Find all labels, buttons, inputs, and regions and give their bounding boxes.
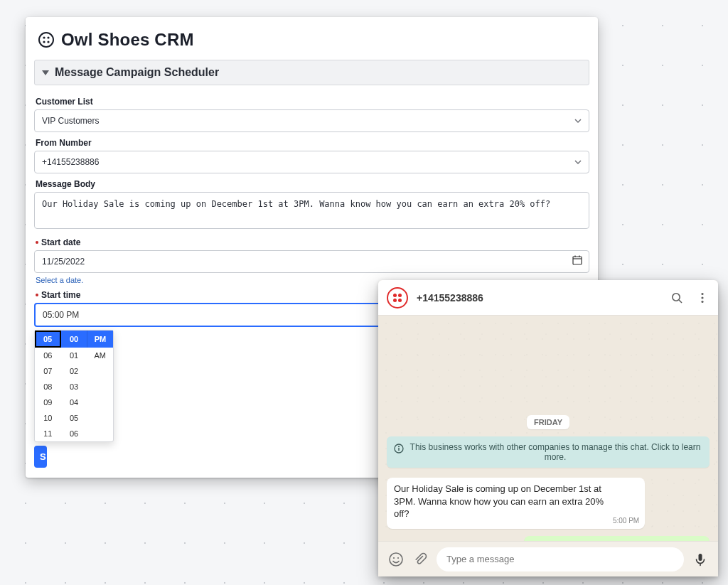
from-number-value: +14155238886	[42, 157, 99, 167]
message-body-label: Message Body	[36, 179, 588, 189]
time-picker-minute-selected[interactable]: 00	[61, 331, 87, 348]
section-title: Message Campaign Scheduler	[55, 66, 219, 79]
search-icon[interactable]	[670, 291, 684, 305]
time-picker-hour-option[interactable]: 07	[35, 363, 61, 379]
submit-button[interactable]: S	[34, 446, 47, 468]
message-body-textarea[interactable]: Our Holiday Sale is coming up on Decembe…	[34, 192, 589, 229]
svg-point-11	[701, 296, 703, 299]
time-picker-minute-option[interactable]: 05	[61, 410, 87, 426]
time-picker-hour-selected[interactable]: 05	[35, 331, 61, 348]
whatsapp-chat-window: +14155238886 FRIDAY This business works …	[378, 280, 718, 576]
time-picker-hour-option[interactable]: 09	[35, 395, 61, 410]
time-picker-hour-option[interactable]: 11	[35, 426, 61, 441]
time-picker-minute-option[interactable]: 04	[61, 395, 87, 410]
time-picker-minute-option[interactable]: 06	[61, 426, 87, 441]
time-picker-meridiem-selected[interactable]: PM	[87, 331, 113, 348]
from-number-select[interactable]: +14155238886	[34, 151, 589, 173]
start-date-label: Start date	[36, 237, 588, 247]
time-picker-hour-option[interactable]: 08	[35, 379, 61, 395]
svg-rect-15	[398, 448, 399, 451]
chat-input-bar	[378, 541, 718, 576]
section-header[interactable]: Message Campaign Scheduler	[34, 60, 589, 85]
from-number-label: From Number	[36, 138, 588, 148]
chat-outgoing-message[interactable]: Show me the money! 💸💸💸 5:00 PM ✓✓	[524, 536, 710, 541]
svg-line-9	[679, 300, 682, 303]
customer-list-select[interactable]: VIP Customers	[34, 109, 589, 132]
time-picker-hour-option[interactable]: 06	[35, 348, 61, 363]
time-picker-meridiem-option[interactable]: AM	[87, 348, 113, 363]
chat-text-input[interactable]	[437, 547, 684, 571]
info-icon	[394, 444, 404, 453]
chat-incoming-message[interactable]: Our Holiday Sale is coming up on Decembe…	[387, 478, 645, 529]
svg-point-18	[397, 557, 399, 558]
svg-point-3	[47, 41, 49, 43]
start-date-input[interactable]	[34, 250, 589, 273]
svg-point-14	[398, 446, 400, 447]
time-picker-hour-option[interactable]: 10	[35, 410, 61, 426]
svg-rect-19	[699, 554, 702, 561]
svg-point-12	[701, 300, 703, 302]
calendar-icon[interactable]	[572, 255, 582, 268]
time-picker-dropdown: 05 00 PM 06 07 08 09 10 11 01 02 03 04	[34, 330, 114, 442]
required-dot-icon	[36, 294, 38, 296]
required-dot-icon	[36, 241, 38, 244]
customer-list-label: Customer List	[36, 97, 588, 107]
chat-day-chip: FRIDAY	[527, 415, 569, 429]
customer-list-value: VIP Customers	[42, 116, 99, 126]
chat-info-banner[interactable]: This business works with other companies…	[387, 436, 710, 468]
time-picker-minute-option[interactable]: 01	[61, 348, 87, 363]
owl-shoes-logo-icon	[38, 32, 54, 48]
svg-point-16	[390, 553, 402, 566]
crm-title: Owl Shoes CRM	[61, 30, 194, 50]
svg-rect-4	[573, 257, 582, 264]
svg-point-8	[673, 293, 680, 300]
chat-incoming-time: 5:00 PM	[613, 516, 639, 526]
chat-body: FRIDAY This business works with other co…	[378, 316, 718, 541]
more-vertical-icon[interactable]	[695, 291, 710, 305]
svg-point-2	[43, 41, 45, 43]
emoji-icon[interactable]	[388, 552, 404, 567]
svg-point-10	[701, 292, 703, 294]
time-picker-minute-option[interactable]: 02	[61, 363, 87, 379]
chat-header: +14155238886	[378, 280, 718, 316]
time-picker-minute-option[interactable]: 03	[61, 379, 87, 395]
twilio-logo-icon	[387, 287, 408, 308]
chat-title: +14155238886	[417, 292, 661, 304]
collapse-triangle-icon	[42, 70, 49, 75]
crm-header: Owl Shoes CRM	[26, 17, 598, 60]
chat-incoming-text: Our Holiday Sale is coming up on Decembe…	[394, 483, 638, 525]
svg-point-1	[47, 36, 49, 38]
svg-point-0	[43, 36, 45, 38]
chevron-down-icon	[574, 159, 582, 166]
microphone-icon[interactable]	[692, 552, 708, 567]
svg-point-17	[393, 557, 395, 558]
chevron-down-icon	[574, 117, 582, 124]
attachment-icon[interactable]	[412, 552, 428, 567]
